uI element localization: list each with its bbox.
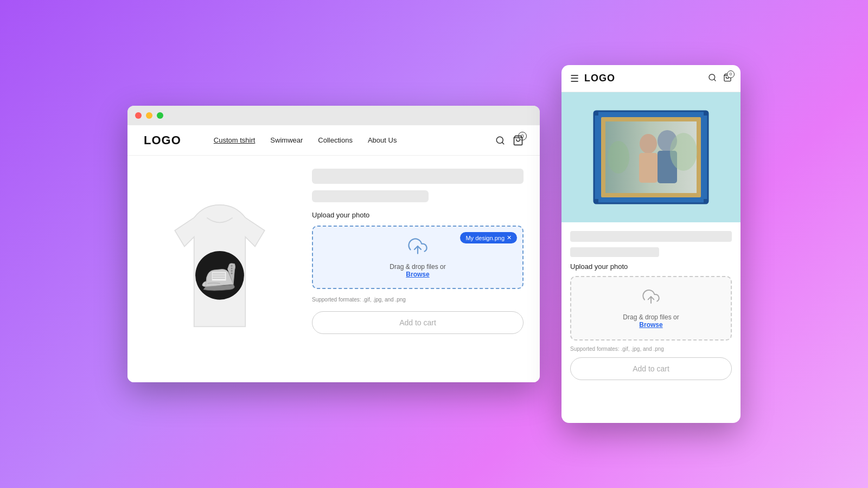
nav-link-collections[interactable]: Collections	[318, 136, 353, 144]
skeleton-price-bar	[312, 190, 429, 202]
mobile-skeleton-title	[570, 231, 732, 242]
mobile-add-to-cart-button[interactable]: Add to cart	[570, 357, 732, 380]
mobile-search-icon[interactable]	[708, 73, 717, 84]
mobile-content: Upload your photo Drag & drop files or B…	[561, 222, 741, 423]
svg-point-27	[608, 141, 629, 174]
skeleton-title-bar	[312, 169, 524, 184]
svg-rect-29	[704, 111, 708, 115]
svg-point-26	[670, 133, 697, 171]
cart-count-badge: 0	[518, 132, 527, 140]
svg-line-1	[502, 142, 503, 144]
browser-dot-yellow[interactable]	[146, 112, 152, 119]
svg-point-11	[231, 270, 233, 272]
nav-link-swimwear[interactable]: Swimwear	[270, 136, 303, 144]
mobile-browser-window: ☰ LOGO 0	[561, 65, 741, 423]
mobile-cart-count-badge: 0	[727, 70, 735, 78]
cart-wrapper[interactable]: 0	[513, 135, 524, 146]
mobile-cart-wrapper[interactable]: 0	[723, 73, 732, 84]
mobile-product-image	[561, 92, 741, 222]
browser-dot-red[interactable]	[135, 112, 142, 119]
svg-rect-28	[594, 111, 598, 115]
file-badge-icon: ✕	[507, 234, 512, 241]
desktop-site-nav: LOGO Custom tshirt Swimwear Collections …	[127, 125, 540, 156]
svg-line-15	[714, 79, 716, 81]
nav-link-about-us[interactable]: About Us	[368, 136, 397, 144]
scene: LOGO Custom tshirt Swimwear Collections …	[0, 0, 868, 488]
browser-content: LOGO Custom tshirt Swimwear Collections …	[127, 125, 540, 382]
desktop-browser-window: LOGO Custom tshirt Swimwear Collections …	[127, 106, 540, 382]
search-button[interactable]	[495, 136, 505, 145]
mobile-upload-label: Upload your photo	[570, 262, 732, 271]
svg-point-9	[231, 265, 233, 267]
mobile-site-logo: LOGO	[584, 73, 708, 84]
product-preview	[144, 166, 296, 371]
mobile-skeleton-price	[570, 247, 659, 257]
cloud-upload-icon	[408, 236, 427, 260]
upload-dropzone[interactable]: Drag & drop files or Browse My design.pn…	[312, 226, 524, 289]
mobile-site-nav: ☰ LOGO 0	[561, 65, 741, 92]
hamburger-icon[interactable]: ☰	[570, 73, 579, 85]
upload-section-label: Upload your photo	[312, 211, 524, 219]
photo-frame-container	[591, 108, 711, 206]
mobile-cloud-upload-icon	[642, 288, 660, 309]
desktop-product-form: Upload your photo Drag & drop files or	[312, 166, 524, 371]
svg-rect-31	[704, 199, 708, 203]
browser-titlebar	[127, 106, 540, 125]
browse-link[interactable]: Browse	[406, 271, 429, 278]
drop-text: Drag & drop files or Browse	[390, 263, 445, 278]
photo-frame-svg	[591, 108, 711, 206]
desktop-main-content: Upload your photo Drag & drop files or	[127, 156, 540, 382]
search-icon	[495, 136, 505, 145]
mobile-browse-link[interactable]: Browse	[639, 321, 662, 329]
svg-rect-30	[594, 199, 598, 203]
desktop-nav-icons: 0	[495, 135, 524, 146]
tshirt-container	[155, 198, 285, 339]
svg-point-12	[231, 273, 233, 274]
file-badge-label: My design.png	[465, 235, 505, 241]
svg-point-10	[231, 267, 233, 269]
svg-point-24	[640, 134, 657, 153]
nav-link-custom-tshirt[interactable]: Custom tshirt	[214, 136, 256, 144]
desktop-site-logo: LOGO	[144, 133, 181, 147]
file-badge: My design.png ✕	[460, 232, 517, 243]
browser-dot-green[interactable]	[157, 112, 163, 119]
svg-rect-4	[212, 272, 226, 281]
desktop-nav-links: Custom tshirt Swimwear Collections About…	[214, 136, 495, 144]
tshirt-svg	[155, 198, 285, 339]
mobile-supported-formats: Supported formates: .gif, .jpg, and .png	[570, 346, 732, 352]
mobile-upload-dropzone[interactable]: Drag & drop files or Browse	[570, 276, 732, 341]
add-to-cart-button[interactable]: Add to cart	[312, 311, 524, 334]
supported-formats-text: Supported formates: .gif, .jpg, and .png	[312, 297, 524, 303]
mobile-drop-text: Drag & drop files or Browse	[623, 313, 679, 329]
mobile-nav-icons: 0	[708, 73, 732, 84]
svg-rect-25	[639, 153, 658, 183]
